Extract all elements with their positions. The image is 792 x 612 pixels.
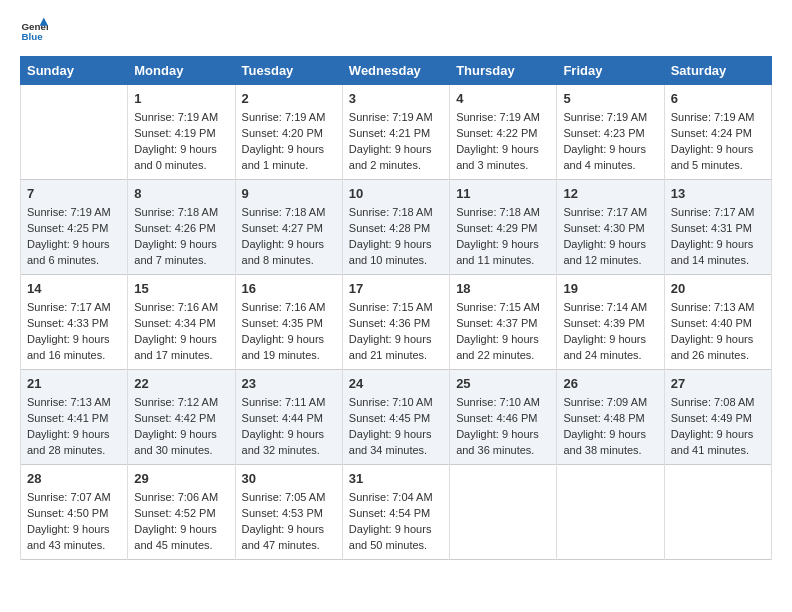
day-info: Sunrise: 7:13 AMSunset: 4:41 PMDaylight:…	[27, 396, 111, 456]
day-info: Sunrise: 7:12 AMSunset: 4:42 PMDaylight:…	[134, 396, 218, 456]
day-info: Sunrise: 7:19 AMSunset: 4:24 PMDaylight:…	[671, 111, 755, 171]
day-number: 28	[27, 470, 121, 488]
day-info: Sunrise: 7:18 AMSunset: 4:29 PMDaylight:…	[456, 206, 540, 266]
day-number: 10	[349, 185, 443, 203]
day-number: 15	[134, 280, 228, 298]
day-info: Sunrise: 7:06 AMSunset: 4:52 PMDaylight:…	[134, 491, 218, 551]
day-info: Sunrise: 7:11 AMSunset: 4:44 PMDaylight:…	[242, 396, 326, 456]
calendar-cell: 29Sunrise: 7:06 AMSunset: 4:52 PMDayligh…	[128, 464, 235, 559]
day-number: 19	[563, 280, 657, 298]
day-number: 30	[242, 470, 336, 488]
calendar-cell: 17Sunrise: 7:15 AMSunset: 4:36 PMDayligh…	[342, 274, 449, 369]
calendar-cell: 2Sunrise: 7:19 AMSunset: 4:20 PMDaylight…	[235, 85, 342, 180]
calendar-cell: 14Sunrise: 7:17 AMSunset: 4:33 PMDayligh…	[21, 274, 128, 369]
day-info: Sunrise: 7:09 AMSunset: 4:48 PMDaylight:…	[563, 396, 647, 456]
calendar-cell	[557, 464, 664, 559]
calendar-cell: 21Sunrise: 7:13 AMSunset: 4:41 PMDayligh…	[21, 369, 128, 464]
day-info: Sunrise: 7:17 AMSunset: 4:33 PMDaylight:…	[27, 301, 111, 361]
calendar-cell	[664, 464, 771, 559]
day-info: Sunrise: 7:10 AMSunset: 4:46 PMDaylight:…	[456, 396, 540, 456]
day-number: 31	[349, 470, 443, 488]
logo-icon: General Blue	[20, 16, 48, 44]
calendar-cell: 18Sunrise: 7:15 AMSunset: 4:37 PMDayligh…	[450, 274, 557, 369]
day-number: 18	[456, 280, 550, 298]
day-info: Sunrise: 7:15 AMSunset: 4:37 PMDaylight:…	[456, 301, 540, 361]
day-number: 7	[27, 185, 121, 203]
day-info: Sunrise: 7:15 AMSunset: 4:36 PMDaylight:…	[349, 301, 433, 361]
day-number: 29	[134, 470, 228, 488]
day-info: Sunrise: 7:19 AMSunset: 4:22 PMDaylight:…	[456, 111, 540, 171]
day-number: 3	[349, 90, 443, 108]
calendar-cell: 13Sunrise: 7:17 AMSunset: 4:31 PMDayligh…	[664, 179, 771, 274]
day-number: 14	[27, 280, 121, 298]
day-number: 9	[242, 185, 336, 203]
calendar-cell: 12Sunrise: 7:17 AMSunset: 4:30 PMDayligh…	[557, 179, 664, 274]
calendar-table: SundayMondayTuesdayWednesdayThursdayFrid…	[20, 56, 772, 560]
day-number: 13	[671, 185, 765, 203]
day-info: Sunrise: 7:19 AMSunset: 4:21 PMDaylight:…	[349, 111, 433, 171]
column-header-sunday: Sunday	[21, 57, 128, 85]
week-row-2: 7Sunrise: 7:19 AMSunset: 4:25 PMDaylight…	[21, 179, 772, 274]
day-info: Sunrise: 7:18 AMSunset: 4:26 PMDaylight:…	[134, 206, 218, 266]
day-number: 8	[134, 185, 228, 203]
column-header-thursday: Thursday	[450, 57, 557, 85]
week-row-3: 14Sunrise: 7:17 AMSunset: 4:33 PMDayligh…	[21, 274, 772, 369]
day-info: Sunrise: 7:18 AMSunset: 4:28 PMDaylight:…	[349, 206, 433, 266]
calendar-cell: 1Sunrise: 7:19 AMSunset: 4:19 PMDaylight…	[128, 85, 235, 180]
day-number: 4	[456, 90, 550, 108]
calendar-cell: 19Sunrise: 7:14 AMSunset: 4:39 PMDayligh…	[557, 274, 664, 369]
calendar-cell: 24Sunrise: 7:10 AMSunset: 4:45 PMDayligh…	[342, 369, 449, 464]
calendar-cell: 27Sunrise: 7:08 AMSunset: 4:49 PMDayligh…	[664, 369, 771, 464]
day-number: 24	[349, 375, 443, 393]
calendar-cell	[21, 85, 128, 180]
day-info: Sunrise: 7:07 AMSunset: 4:50 PMDaylight:…	[27, 491, 111, 551]
day-number: 25	[456, 375, 550, 393]
calendar-cell: 15Sunrise: 7:16 AMSunset: 4:34 PMDayligh…	[128, 274, 235, 369]
calendar-cell: 10Sunrise: 7:18 AMSunset: 4:28 PMDayligh…	[342, 179, 449, 274]
day-number: 20	[671, 280, 765, 298]
header-row: SundayMondayTuesdayWednesdayThursdayFrid…	[21, 57, 772, 85]
column-header-friday: Friday	[557, 57, 664, 85]
page-header: General Blue	[20, 16, 772, 44]
day-info: Sunrise: 7:05 AMSunset: 4:53 PMDaylight:…	[242, 491, 326, 551]
day-info: Sunrise: 7:16 AMSunset: 4:34 PMDaylight:…	[134, 301, 218, 361]
column-header-tuesday: Tuesday	[235, 57, 342, 85]
calendar-cell: 11Sunrise: 7:18 AMSunset: 4:29 PMDayligh…	[450, 179, 557, 274]
day-number: 16	[242, 280, 336, 298]
week-row-1: 1Sunrise: 7:19 AMSunset: 4:19 PMDaylight…	[21, 85, 772, 180]
day-number: 12	[563, 185, 657, 203]
calendar-cell: 6Sunrise: 7:19 AMSunset: 4:24 PMDaylight…	[664, 85, 771, 180]
calendar-cell: 5Sunrise: 7:19 AMSunset: 4:23 PMDaylight…	[557, 85, 664, 180]
day-number: 26	[563, 375, 657, 393]
day-info: Sunrise: 7:14 AMSunset: 4:39 PMDaylight:…	[563, 301, 647, 361]
column-header-wednesday: Wednesday	[342, 57, 449, 85]
day-number: 27	[671, 375, 765, 393]
day-info: Sunrise: 7:19 AMSunset: 4:20 PMDaylight:…	[242, 111, 326, 171]
calendar-cell: 30Sunrise: 7:05 AMSunset: 4:53 PMDayligh…	[235, 464, 342, 559]
day-info: Sunrise: 7:13 AMSunset: 4:40 PMDaylight:…	[671, 301, 755, 361]
day-number: 11	[456, 185, 550, 203]
calendar-cell: 16Sunrise: 7:16 AMSunset: 4:35 PMDayligh…	[235, 274, 342, 369]
calendar-cell	[450, 464, 557, 559]
day-info: Sunrise: 7:16 AMSunset: 4:35 PMDaylight:…	[242, 301, 326, 361]
calendar-cell: 7Sunrise: 7:19 AMSunset: 4:25 PMDaylight…	[21, 179, 128, 274]
day-number: 17	[349, 280, 443, 298]
column-header-saturday: Saturday	[664, 57, 771, 85]
day-number: 2	[242, 90, 336, 108]
day-number: 1	[134, 90, 228, 108]
day-info: Sunrise: 7:17 AMSunset: 4:30 PMDaylight:…	[563, 206, 647, 266]
calendar-cell: 9Sunrise: 7:18 AMSunset: 4:27 PMDaylight…	[235, 179, 342, 274]
svg-text:Blue: Blue	[21, 31, 43, 42]
day-info: Sunrise: 7:18 AMSunset: 4:27 PMDaylight:…	[242, 206, 326, 266]
day-number: 22	[134, 375, 228, 393]
week-row-4: 21Sunrise: 7:13 AMSunset: 4:41 PMDayligh…	[21, 369, 772, 464]
day-info: Sunrise: 7:17 AMSunset: 4:31 PMDaylight:…	[671, 206, 755, 266]
calendar-cell: 3Sunrise: 7:19 AMSunset: 4:21 PMDaylight…	[342, 85, 449, 180]
day-number: 6	[671, 90, 765, 108]
calendar-cell: 20Sunrise: 7:13 AMSunset: 4:40 PMDayligh…	[664, 274, 771, 369]
day-info: Sunrise: 7:10 AMSunset: 4:45 PMDaylight:…	[349, 396, 433, 456]
day-info: Sunrise: 7:19 AMSunset: 4:19 PMDaylight:…	[134, 111, 218, 171]
calendar-cell: 25Sunrise: 7:10 AMSunset: 4:46 PMDayligh…	[450, 369, 557, 464]
day-info: Sunrise: 7:19 AMSunset: 4:25 PMDaylight:…	[27, 206, 111, 266]
calendar-cell: 22Sunrise: 7:12 AMSunset: 4:42 PMDayligh…	[128, 369, 235, 464]
